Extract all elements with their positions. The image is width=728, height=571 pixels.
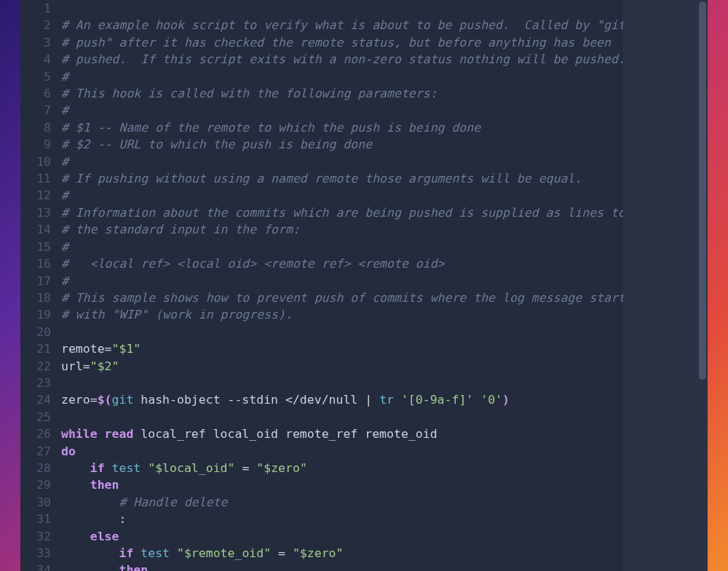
- code-line[interactable]: 5#: [20, 68, 623, 85]
- token-default: =: [234, 461, 256, 475]
- code-line[interactable]: 6# This hook is called with the followin…: [20, 85, 623, 102]
- token-keyword: if: [90, 461, 105, 475]
- token-cmd: test: [141, 546, 170, 560]
- token-comment: #: [61, 155, 68, 169]
- token-comment: #: [61, 274, 68, 288]
- code-line[interactable]: 30 # Handle delete: [20, 494, 623, 511]
- line-number: 3: [20, 34, 61, 51]
- line-number: 12: [20, 187, 61, 204]
- token-keyword: if: [119, 546, 133, 560]
- token-default: [170, 546, 177, 560]
- token-keyword: ): [502, 393, 510, 407]
- code-line[interactable]: 8# $1 -- Name of the remote to which the…: [20, 119, 623, 136]
- code-line[interactable]: 18# This sample shows how to prevent pus…: [20, 290, 623, 306]
- code-content[interactable]: # Handle delete: [61, 494, 228, 511]
- code-line[interactable]: 7#: [20, 102, 623, 119]
- scrollbar-thumb[interactable]: [699, 1, 706, 380]
- line-number: 32: [20, 528, 61, 545]
- code-line[interactable]: 14# the standard input in the form:: [20, 221, 623, 238]
- token-default: remote=: [61, 342, 112, 356]
- line-number: 22: [20, 358, 61, 375]
- code-content[interactable]: # An example hook script to verify what …: [61, 17, 623, 33]
- token-comment: #: [61, 70, 68, 84]
- line-number: 16: [20, 255, 61, 272]
- code-line[interactable]: 17#: [20, 273, 623, 290]
- code-content[interactable]: else: [61, 528, 119, 545]
- code-line[interactable]: 3# push" after it has checked the remote…: [20, 34, 623, 51]
- token-cmd: test: [112, 461, 141, 475]
- code-content[interactable]: # This hook is called with the following…: [61, 85, 438, 102]
- token-default: [61, 563, 119, 571]
- token-comment: #: [61, 188, 68, 202]
- code-content[interactable]: do: [61, 443, 76, 460]
- code-content[interactable]: while read local_ref local_oid remote_re…: [61, 426, 438, 442]
- code-line[interactable]: 29 then: [20, 476, 623, 493]
- code-content[interactable]: then: [61, 476, 119, 493]
- code-content[interactable]: #: [61, 273, 68, 290]
- code-content[interactable]: # with "WIP" (work in progress).: [61, 306, 293, 323]
- code-line[interactable]: 19# with "WIP" (work in progress).: [20, 306, 623, 323]
- code-content[interactable]: if test "$remote_oid" = "$zero": [61, 545, 343, 562]
- code-line[interactable]: 32 else: [20, 528, 623, 545]
- code-editor[interactable]: 12# An example hook script to verify wha…: [20, 0, 623, 571]
- code-line[interactable]: 22url="$2": [20, 358, 623, 375]
- line-number: 20: [20, 324, 61, 340]
- vertical-scrollbar[interactable]: [697, 0, 708, 571]
- code-line[interactable]: 31 :: [20, 511, 623, 527]
- token-default: [133, 546, 141, 560]
- code-line[interactable]: 1: [20, 0, 623, 17]
- token-comment: # <local ref> <local oid> <remote ref> <…: [61, 257, 445, 271]
- code-line[interactable]: 9# $2 -- URL to which the push is being …: [20, 136, 623, 153]
- token-cmd: tr: [379, 393, 394, 407]
- code-content[interactable]: #: [61, 187, 68, 204]
- code-content[interactable]: # <local ref> <local oid> <remote ref> <…: [61, 255, 445, 272]
- token-comment: # If pushing without using a named remot…: [61, 172, 582, 185]
- code-line[interactable]: 20: [20, 324, 623, 340]
- token-comment: # This hook is called with the following…: [61, 87, 438, 100]
- code-line[interactable]: 26while read local_ref local_oid remote_…: [20, 426, 623, 442]
- code-line[interactable]: 25: [20, 409, 623, 426]
- token-string: '0': [480, 393, 502, 407]
- code-content[interactable]: #: [61, 68, 68, 85]
- code-content[interactable]: #: [61, 239, 68, 255]
- code-line[interactable]: 21remote="$1": [20, 340, 623, 357]
- code-line[interactable]: 16# <local ref> <local oid> <remote ref>…: [20, 255, 623, 272]
- token-cmd: git: [112, 393, 134, 407]
- code-content[interactable]: # $1 -- Name of the remote to which the …: [61, 119, 480, 136]
- code-line[interactable]: 34 then: [20, 562, 623, 571]
- line-number: 29: [20, 476, 61, 493]
- code-line[interactable]: 24zero=$(git hash-object --stdin </dev/n…: [20, 391, 623, 408]
- code-content[interactable]: url="$2": [61, 358, 119, 375]
- code-line[interactable]: 12#: [20, 187, 623, 204]
- code-content[interactable]: # pushed. If this script exits with a no…: [61, 51, 623, 68]
- code-content[interactable]: #: [61, 102, 68, 119]
- token-string: '[0-9a-f]': [401, 393, 473, 407]
- code-content[interactable]: # $2 -- URL to which the push is being d…: [61, 136, 372, 153]
- code-line[interactable]: 13# Information about the commits which …: [20, 204, 623, 221]
- code-line[interactable]: 4# pushed. If this script exits with a n…: [20, 51, 623, 68]
- code-line[interactable]: 11# If pushing without using a named rem…: [20, 170, 623, 187]
- code-content[interactable]: # If pushing without using a named remot…: [61, 170, 582, 187]
- code-line[interactable]: 33 if test "$remote_oid" = "$zero": [20, 545, 623, 562]
- code-content[interactable]: #: [61, 153, 68, 170]
- code-line[interactable]: 27do: [20, 443, 623, 460]
- code-line[interactable]: 15#: [20, 239, 623, 255]
- line-number: 14: [20, 221, 61, 238]
- token-default: url=: [61, 359, 90, 373]
- code-content[interactable]: :: [61, 511, 126, 527]
- code-content[interactable]: zero=$(git hash-object --stdin </dev/nul…: [61, 391, 510, 408]
- code-line[interactable]: 28 if test "$local_oid" = "$zero": [20, 460, 623, 476]
- token-default: [473, 393, 480, 407]
- code-content[interactable]: remote="$1": [61, 340, 141, 357]
- code-line[interactable]: 23: [20, 375, 623, 391]
- code-content[interactable]: if test "$local_oid" = "$zero": [61, 460, 307, 476]
- code-content[interactable]: # the standard input in the form:: [61, 221, 300, 238]
- code-line[interactable]: 10#: [20, 153, 623, 170]
- code-line[interactable]: 2# An example hook script to verify what…: [20, 17, 623, 33]
- code-content[interactable]: # Information about the commits which ar…: [61, 204, 623, 221]
- line-number: 21: [20, 340, 61, 357]
- token-keyword: then: [90, 478, 119, 492]
- code-content[interactable]: # This sample shows how to prevent push …: [61, 290, 623, 306]
- code-content[interactable]: # push" after it has checked the remote …: [61, 34, 611, 51]
- code-content[interactable]: then: [61, 562, 148, 571]
